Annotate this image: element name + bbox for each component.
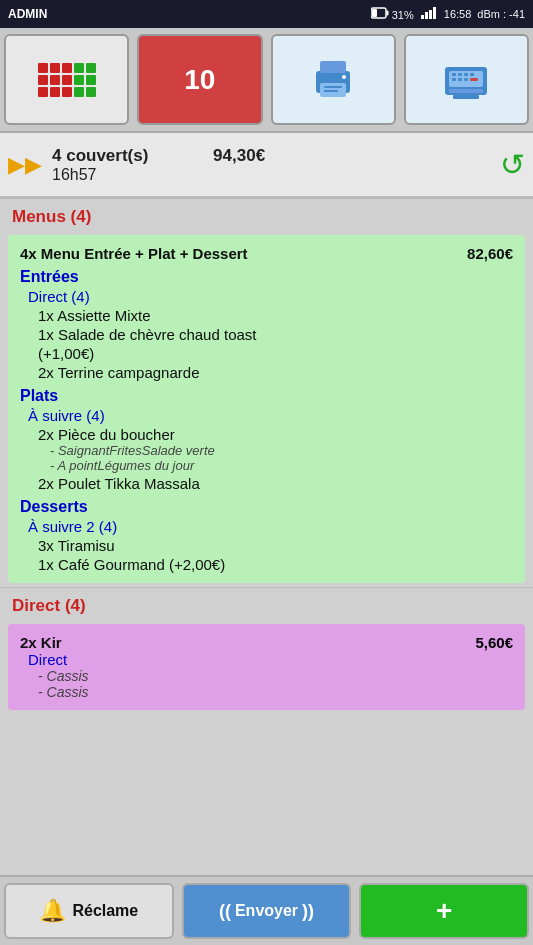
svg-rect-6: [433, 7, 436, 19]
wave-right-icon: )): [302, 901, 314, 922]
envoyer-label: Envoyer: [235, 902, 298, 920]
bell-icon: 🔔: [39, 898, 66, 924]
menu-title: 4x Menu Entrée + Plat + Dessert: [20, 245, 248, 262]
svg-rect-22: [458, 78, 462, 81]
entree-item-1: 1x Assiette Mixte: [38, 307, 513, 324]
svg-rect-18: [458, 73, 462, 76]
svg-rect-3: [421, 15, 424, 19]
count-button[interactable]: 10: [137, 34, 262, 125]
plat-item-1-sub2: - A pointLégumes du jour: [50, 458, 513, 473]
entree-item-2-extra: (+1,00€): [38, 345, 513, 362]
direct-section-header: Direct (4): [0, 587, 533, 620]
svg-rect-11: [324, 90, 338, 92]
svg-point-12: [342, 75, 346, 79]
direct-subline-1: - Cassis: [38, 668, 513, 684]
grid-button[interactable]: [4, 34, 129, 125]
cover-price: 94,30€: [213, 146, 265, 165]
register-icon: [439, 53, 493, 107]
category-entrees: Entrées: [20, 268, 513, 286]
printer-icon: [306, 53, 360, 107]
svg-rect-1: [386, 11, 388, 16]
category-desserts: Desserts: [20, 498, 513, 516]
add-button[interactable]: +: [359, 883, 529, 939]
menu-price: 82,60€: [467, 245, 513, 262]
toolbar: 10: [0, 28, 533, 133]
svg-rect-10: [324, 86, 342, 88]
dessert-item-2: 1x Café Gourmand (+2,00€): [38, 556, 513, 573]
forward-arrow-icon: ▶▶: [8, 152, 42, 178]
battery-status: 31%: [371, 7, 414, 21]
cover-count: 4 couvert(s) 94,30€: [52, 146, 500, 166]
reclame-button[interactable]: 🔔 Réclame: [4, 883, 174, 939]
svg-rect-19: [464, 73, 468, 76]
plat-item-2: 2x Poulet Tikka Massala: [38, 475, 513, 492]
grid-icon: [38, 63, 96, 97]
direct-item-title: 2x Kir: [20, 634, 62, 651]
count-label: 10: [184, 64, 215, 96]
subcategory-asuivre2: À suivre 2 (4): [28, 518, 513, 535]
svg-rect-4: [425, 12, 428, 19]
entree-item-3: 2x Terrine campagnarde: [38, 364, 513, 381]
refresh-icon[interactable]: ↺: [500, 147, 525, 182]
dessert-item-1: 3x Tiramisu: [38, 537, 513, 554]
menus-section-header: Menus (4): [0, 198, 533, 231]
svg-rect-15: [449, 89, 483, 93]
printer-button[interactable]: [271, 34, 396, 125]
time-display: 16:58: [444, 8, 472, 20]
reclame-label: Réclame: [72, 902, 138, 920]
scroll-area[interactable]: Menus (4) 82,60€ 4x Menu Entrée + Plat +…: [0, 198, 533, 875]
signal-bars: [420, 7, 438, 21]
plat-item-1-sub1: - SaignantFritesSalade verte: [50, 443, 513, 458]
admin-label: ADMIN: [8, 7, 47, 21]
envoyer-button[interactable]: (( Envoyer )): [182, 883, 352, 939]
subcategory-direct: Direct (4): [28, 288, 513, 305]
menu-block: 82,60€ 4x Menu Entrée + Plat + Dessert E…: [8, 235, 525, 583]
svg-rect-16: [453, 95, 479, 99]
svg-rect-17: [452, 73, 456, 76]
plus-icon: +: [436, 895, 452, 927]
plat-item-1: 2x Pièce du boucher: [38, 426, 513, 443]
svg-rect-2: [372, 9, 377, 17]
direct-subline-2: - Cassis: [38, 684, 513, 700]
svg-rect-8: [320, 61, 346, 73]
svg-rect-23: [464, 78, 468, 81]
category-plats: Plats: [20, 387, 513, 405]
svg-rect-21: [452, 78, 456, 81]
entree-item-2: 1x Salade de chèvre chaud toast: [38, 326, 513, 343]
action-bar: 🔔 Réclame (( Envoyer )) +: [0, 875, 533, 945]
svg-rect-5: [429, 10, 432, 19]
cover-bar: ▶▶ 4 couvert(s) 94,30€ 16h57 ↺: [0, 133, 533, 198]
svg-rect-24: [470, 78, 478, 81]
status-bar: ADMIN 31% 16:58 dBm : -41: [0, 0, 533, 28]
register-button[interactable]: [404, 34, 529, 125]
direct-subcategory: Direct: [28, 651, 513, 668]
cover-info: 4 couvert(s) 94,30€ 16h57: [52, 146, 500, 184]
svg-rect-20: [470, 73, 474, 76]
direct-block: 5,60€ 2x Kir Direct - Cassis - Cassis: [8, 624, 525, 710]
signal-strength: dBm : -41: [477, 8, 525, 20]
direct-price: 5,60€: [475, 634, 513, 651]
cover-time: 16h57: [52, 166, 500, 184]
wave-left-icon: ((: [219, 901, 231, 922]
subcategory-asuivre: À suivre (4): [28, 407, 513, 424]
